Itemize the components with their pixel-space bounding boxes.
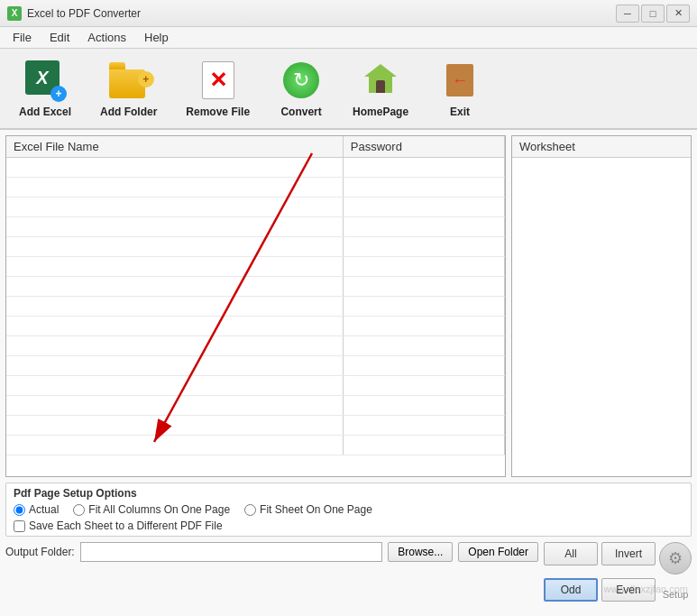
add-folder-button[interactable]: + Add Folder <box>87 52 170 124</box>
bottom-controls: Output Folder: Browse... Open Folder All… <box>5 542 692 611</box>
table-row <box>6 198 505 217</box>
page-btn-row-bottom: Odd Even Setup <box>544 578 692 611</box>
menu-edit[interactable]: Edit <box>41 29 78 46</box>
radio-fit-columns-label: Fit All Columns On One Page <box>88 503 230 516</box>
radio-group: Actual Fit All Columns On One Page Fit S… <box>14 503 683 516</box>
menu-file[interactable]: File <box>4 29 41 46</box>
radio-actual-input[interactable] <box>14 504 25 516</box>
page-buttons-panel: All Invert ⚙ Odd Even Setup <box>544 542 692 611</box>
app-icon: X <box>7 6 22 21</box>
output-label: Output Folder: <box>5 546 75 558</box>
window-title: Excel to PDF Converter <box>27 7 141 20</box>
homepage-label: HomePage <box>353 106 408 118</box>
table-row <box>6 436 505 455</box>
save-each-sheet-input[interactable] <box>14 520 25 532</box>
file-list-area: Excel File Name Password <box>5 135 692 477</box>
title-bar-left: X Excel to PDF Converter <box>7 6 141 21</box>
convert-button[interactable]: ↻ Convert <box>265 52 337 124</box>
menu-bar: File Edit Actions Help <box>0 27 697 49</box>
odd-button[interactable]: Odd <box>544 578 598 602</box>
radio-actual-label: Actual <box>29 503 59 516</box>
table-row <box>6 158 505 178</box>
convert-icon: ↻ <box>280 59 323 102</box>
table-row <box>6 376 505 396</box>
worksheet-header: Worksheet <box>512 136 691 158</box>
column-password: Password <box>344 136 505 157</box>
file-table-header: Excel File Name Password <box>6 136 505 158</box>
setup-label: Setup <box>659 578 692 611</box>
remove-file-button[interactable]: ✕ Remove File <box>172 52 263 124</box>
add-excel-icon: X + <box>23 59 67 102</box>
toolbar: X + Add Excel + Add Folder ✕ Remove File <box>0 49 697 130</box>
output-section: Output Folder: Browse... Open Folder <box>5 542 538 611</box>
open-folder-button[interactable]: Open Folder <box>458 542 538 562</box>
all-button[interactable]: All <box>544 542 598 565</box>
table-row <box>6 178 505 198</box>
output-input[interactable] <box>80 542 383 562</box>
even-button[interactable]: Even <box>601 578 656 602</box>
worksheet-body <box>512 158 691 476</box>
main-content: Excel File Name Password <box>0 130 697 616</box>
page-btn-row-top: All Invert ⚙ <box>544 542 692 575</box>
pdf-options-title: Pdf Page Setup Options <box>14 487 683 500</box>
table-row <box>6 217 505 237</box>
column-filename: Excel File Name <box>6 136 344 157</box>
exit-button[interactable]: ← Exit <box>424 52 496 124</box>
radio-fit-sheet[interactable]: Fit Sheet On One Page <box>244 503 372 516</box>
table-row <box>6 317 505 336</box>
radio-fit-sheet-input[interactable] <box>244 504 256 516</box>
title-bar: X Excel to PDF Converter ─ □ ✕ <box>0 0 697 27</box>
add-folder-icon: + <box>107 59 151 102</box>
close-button[interactable]: ✕ <box>666 5 690 23</box>
radio-actual[interactable]: Actual <box>14 503 59 516</box>
save-each-sheet-checkbox[interactable]: Save Each Sheet to a Different PDF File <box>14 519 683 532</box>
exit-label: Exit <box>450 106 470 118</box>
homepage-icon <box>359 59 402 102</box>
file-table-body[interactable] <box>6 158 505 476</box>
window-controls: ─ □ ✕ <box>616 5 690 23</box>
invert-button[interactable]: Invert <box>601 542 656 565</box>
remove-file-label: Remove File <box>186 106 250 118</box>
table-row <box>6 336 505 356</box>
file-table: Excel File Name Password <box>5 135 506 477</box>
table-row <box>6 297 505 317</box>
menu-actions[interactable]: Actions <box>78 29 135 46</box>
table-row <box>6 277 505 297</box>
radio-fit-sheet-label: Fit Sheet On One Page <box>260 503 372 516</box>
table-row <box>6 356 505 376</box>
maximize-button[interactable]: □ <box>641 5 665 23</box>
add-excel-button[interactable]: X + Add Excel <box>5 52 85 124</box>
convert-label: Convert <box>280 106 321 118</box>
radio-fit-columns-input[interactable] <box>73 504 85 516</box>
remove-file-icon: ✕ <box>197 59 240 102</box>
add-excel-label: Add Excel <box>19 106 71 118</box>
pdf-options: Pdf Page Setup Options Actual Fit All Co… <box>5 483 692 537</box>
table-row <box>6 396 505 416</box>
table-row <box>6 416 505 436</box>
homepage-button[interactable]: HomePage <box>339 52 422 124</box>
output-row: Output Folder: Browse... Open Folder <box>5 542 538 562</box>
menu-help[interactable]: Help <box>135 29 178 46</box>
save-each-sheet-label: Save Each Sheet to a Different PDF File <box>29 519 223 532</box>
table-row <box>6 237 505 257</box>
worksheet-panel: Worksheet <box>511 135 692 477</box>
exit-icon: ← <box>438 59 481 102</box>
radio-fit-columns[interactable]: Fit All Columns On One Page <box>73 503 230 516</box>
add-folder-label: Add Folder <box>100 106 157 118</box>
minimize-button[interactable]: ─ <box>616 5 639 23</box>
browse-button[interactable]: Browse... <box>388 542 453 562</box>
setup-gear-btn[interactable]: ⚙ <box>659 542 692 575</box>
table-row <box>6 257 505 277</box>
